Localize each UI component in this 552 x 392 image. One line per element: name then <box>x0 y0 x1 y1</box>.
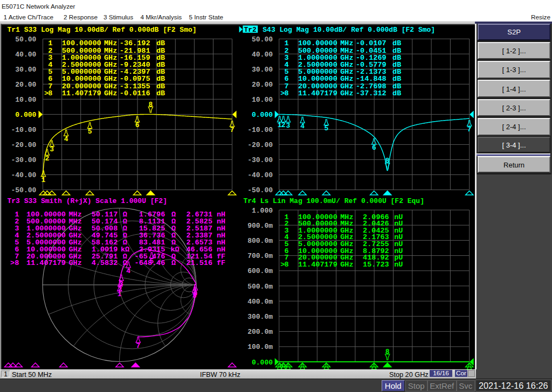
svg-text:8: 8 <box>284 89 288 97</box>
svg-text:900.0m: 900.0m <box>247 222 273 230</box>
svg-text:700.0m: 700.0m <box>247 252 273 260</box>
svg-text:800.0m: 800.0m <box>247 237 273 245</box>
svg-text:0.000: 0.000 <box>15 111 36 119</box>
svg-text:50.00: 50.00 <box>15 36 36 44</box>
svg-text:5: 5 <box>324 124 328 132</box>
svg-text:5: 5 <box>88 128 92 136</box>
svg-text:4: 4 <box>126 267 130 275</box>
svg-text:21.516: 21.516 <box>186 259 212 267</box>
svg-text:3: 3 <box>50 145 54 153</box>
svg-text:8: 8 <box>385 348 390 356</box>
svg-text:1: 1 <box>41 176 45 184</box>
svg-text:-40.00: -40.00 <box>247 171 273 179</box>
svg-text:4: 4 <box>300 122 305 130</box>
svg-text:4: 4 <box>64 135 68 143</box>
svg-text:11.407179: 11.407179 <box>298 261 337 269</box>
svg-text:GHz: GHz <box>340 261 353 269</box>
svg-text:11.407179: 11.407179 <box>62 89 101 97</box>
svg-text:3: 3 <box>119 280 123 288</box>
svg-text:40.00: 40.00 <box>15 51 36 59</box>
svg-text:0.000: 0.000 <box>252 111 273 119</box>
svg-text:2: 2 <box>45 155 49 163</box>
svg-text:fF: fF <box>217 259 225 267</box>
svg-text:6: 6 <box>372 144 376 152</box>
svg-text:dB: dB <box>392 89 401 97</box>
svg-text:2: 2 <box>281 121 286 129</box>
svg-text:400.0m: 400.0m <box>247 298 273 306</box>
svg-text:8: 8 <box>15 259 19 267</box>
svg-text:GHz: GHz <box>69 259 82 267</box>
svg-text:-10.00: -10.00 <box>11 126 36 134</box>
svg-text:1.000: 1.000 <box>252 207 273 215</box>
svg-text:>: > <box>10 259 15 267</box>
svg-text:600.0m: 600.0m <box>247 267 273 275</box>
svg-text:6: 6 <box>135 121 140 129</box>
svg-text:100.0m: 100.0m <box>247 343 273 351</box>
svg-text:-20.00: -20.00 <box>247 141 273 149</box>
svg-text:200.0m: 200.0m <box>247 328 273 336</box>
svg-text:0.000: 0.000 <box>252 359 273 367</box>
svg-text:8: 8 <box>192 292 197 300</box>
svg-text:Tr4 Ls Lin Mag 100.0mU/ Ref 0.: Tr4 Ls Lin Mag 100.0mU/ Ref 0.000U [F2 E… <box>244 197 424 205</box>
svg-text:300.0m: 300.0m <box>247 313 273 321</box>
svg-text:10.00: 10.00 <box>252 96 273 104</box>
svg-text:-30.00: -30.00 <box>247 156 273 164</box>
svg-text:-30.00: -30.00 <box>11 156 36 164</box>
svg-text:dB: dB <box>156 89 165 97</box>
svg-text:50.00: 50.00 <box>252 36 273 44</box>
svg-text:40.00: 40.00 <box>252 51 273 59</box>
svg-text:-0.0116: -0.0116 <box>120 89 150 97</box>
svg-text:8: 8 <box>48 89 52 97</box>
svg-text:S43 Log Mag 10.00dB/ Ref 0.000: S43 Log Mag 10.00dB/ Ref 0.000dB [F2 Smo… <box>259 26 436 34</box>
svg-text:3: 3 <box>286 122 291 130</box>
svg-text:GHz: GHz <box>340 89 353 97</box>
svg-text:20.00: 20.00 <box>252 81 273 89</box>
svg-text:7: 7 <box>136 342 140 350</box>
svg-text:GHz: GHz <box>104 89 117 97</box>
svg-text:11.407179: 11.407179 <box>298 89 337 97</box>
svg-text:Tr1 S33 Log Mag 10.00dB/ Ref 0: Tr1 S33 Log Mag 10.00dB/ Ref 0.000dB [F2… <box>8 26 197 34</box>
svg-text:500.0m: 500.0m <box>247 283 273 291</box>
svg-text:-50.00: -50.00 <box>247 186 273 194</box>
svg-text:-20.00: -20.00 <box>11 141 36 149</box>
svg-text:Tr2: Tr2 <box>244 26 257 34</box>
svg-text:30.00: 30.00 <box>15 66 36 74</box>
svg-text:15.723: 15.723 <box>363 261 389 269</box>
svg-text:4.5832: 4.5832 <box>92 259 118 267</box>
svg-text:30.00: 30.00 <box>252 66 273 74</box>
svg-text:8: 8 <box>385 157 390 165</box>
svg-text:8: 8 <box>284 261 288 269</box>
svg-text:Tr3 S33 Smith (R+jX) Scale 1.0: Tr3 S33 Smith (R+jX) Scale 1.000U [F2] <box>8 197 167 205</box>
svg-text:nU: nU <box>394 261 403 269</box>
svg-text:-50.00: -50.00 <box>11 186 36 194</box>
svg-text:7: 7 <box>230 126 234 134</box>
svg-text:10.00: 10.00 <box>15 96 36 104</box>
svg-text:-40.00: -40.00 <box>11 171 36 179</box>
svg-text:5: 5 <box>149 257 154 265</box>
svg-text:-37.312: -37.312 <box>356 89 387 97</box>
svg-text:20.00: 20.00 <box>15 81 36 89</box>
svg-text:Ω: Ω <box>171 259 176 267</box>
svg-text:-10.00: -10.00 <box>247 126 273 134</box>
svg-text:11.407179: 11.407179 <box>26 259 66 267</box>
svg-text:7: 7 <box>467 125 472 134</box>
svg-text:8: 8 <box>148 101 153 109</box>
